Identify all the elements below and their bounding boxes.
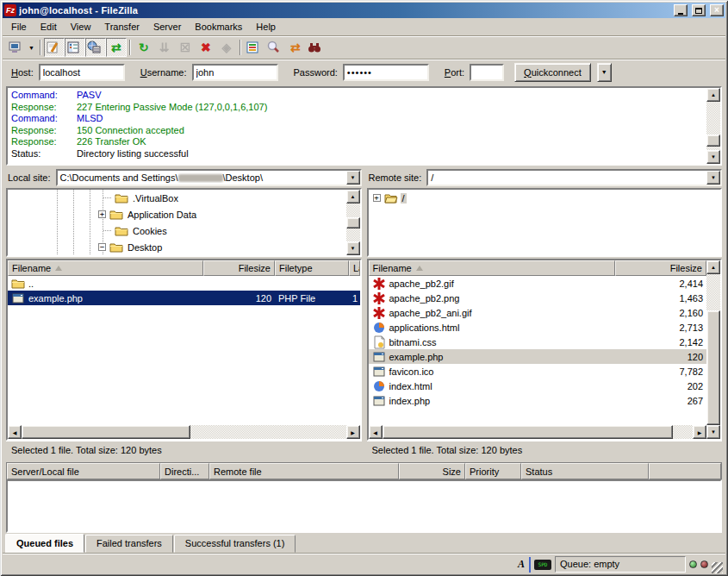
- file-row[interactable]: index.php 267: [369, 393, 707, 408]
- file-row-example-php[interactable]: example.php 120 PHP File 1: [8, 291, 360, 305]
- file-row[interactable]: favicon.ico 7,782: [369, 364, 707, 379]
- tree-item-application-data[interactable]: Application Data: [8, 206, 346, 222]
- username-input[interactable]: [192, 64, 278, 81]
- scroll-down-button[interactable]: ▼: [706, 425, 720, 439]
- file-row[interactable]: bitnami.css 2,142: [369, 335, 707, 349]
- tab-successful-transfers[interactable]: Successful transfers (1): [174, 535, 296, 553]
- scroll-left-button[interactable]: ◀: [369, 425, 383, 439]
- quickconnect-button[interactable]: Quickconnect: [514, 63, 591, 82]
- tree-item-root[interactable]: /: [369, 190, 721, 206]
- cancel-operation-button[interactable]: ☒: [175, 38, 196, 57]
- scrollbar-thumb[interactable]: [706, 310, 720, 425]
- local-file-list-header: Filename Filesize Filetype Last modified: [8, 260, 360, 276]
- queue-body[interactable]: [6, 479, 722, 533]
- local-site-dropdown-button[interactable]: ▼: [346, 171, 360, 185]
- menu-transfer[interactable]: Transfer: [97, 19, 146, 34]
- tree-expand-icon[interactable]: [98, 210, 106, 218]
- scroll-up-button[interactable]: ▲: [706, 260, 720, 274]
- host-input[interactable]: [39, 64, 125, 81]
- menu-bookmarks[interactable]: Bookmarks: [188, 19, 249, 34]
- column-header-size[interactable]: Size: [399, 463, 465, 479]
- column-header-remote-file[interactable]: Remote file: [209, 463, 399, 479]
- scroll-down-button[interactable]: ▼: [346, 241, 360, 255]
- scroll-down-button[interactable]: ▼: [706, 150, 720, 164]
- scrollbar-thumb[interactable]: [22, 425, 190, 439]
- synchronized-browsing-button[interactable]: ⇄: [285, 38, 306, 57]
- scrollbar-thumb[interactable]: [706, 135, 720, 147]
- log-line: Response:227 Entering Passive Mode (127,…: [11, 102, 705, 114]
- scroll-right-button[interactable]: ▶: [346, 425, 360, 439]
- toggle-remote-tree-button[interactable]: [85, 38, 106, 57]
- local-horizontal-scrollbar[interactable]: ◀ ▶: [8, 425, 360, 439]
- menu-view[interactable]: View: [64, 19, 98, 34]
- reconnect-button[interactable]: ◈: [216, 38, 237, 57]
- tree-collapse-icon[interactable]: [98, 243, 106, 251]
- local-pane: Local site: C:\Documents and Settings\\D…: [6, 168, 362, 460]
- tree-item-desktop[interactable]: Desktop: [8, 239, 346, 255]
- site-manager-button[interactable]: [5, 38, 26, 57]
- tab-failed-transfers[interactable]: Failed transfers: [85, 535, 173, 553]
- directory-comparison-icon: [266, 41, 280, 54]
- speed-limit-indicator-icon[interactable]: SPD: [534, 560, 551, 570]
- password-input[interactable]: [343, 64, 429, 81]
- folder-icon: [109, 208, 123, 222]
- column-header-priority[interactable]: Priority: [465, 463, 521, 479]
- column-header-filetype[interactable]: Filetype: [275, 260, 349, 276]
- resize-grip[interactable]: [712, 562, 723, 573]
- tree-item-cookies[interactable]: Cookies: [8, 222, 346, 239]
- menu-server[interactable]: Server: [146, 19, 188, 34]
- column-header-last-modified[interactable]: Last modified: [349, 260, 360, 276]
- file-row[interactable]: index.html 202: [369, 379, 707, 393]
- message-log-scrollbar[interactable]: ▲ ▼: [706, 88, 720, 164]
- file-row[interactable]: apache_pb2_ani.gif 2,160: [369, 305, 707, 320]
- close-button[interactable]: ×: [710, 4, 724, 16]
- scroll-right-button[interactable]: ▶: [693, 425, 706, 439]
- column-header-direction[interactable]: Directi...: [160, 463, 209, 479]
- scrollbar-thumb[interactable]: [346, 217, 360, 229]
- remote-vertical-scrollbar[interactable]: ▲ ▼: [706, 260, 720, 439]
- column-header-filesize[interactable]: Filesize: [615, 260, 706, 276]
- folder-icon: [115, 224, 128, 238]
- file-row-selected[interactable]: example.php 120: [369, 349, 707, 364]
- remote-site-dropdown-button[interactable]: ▼: [706, 171, 720, 185]
- toggle-local-tree-button[interactable]: [65, 38, 85, 57]
- process-queue-button[interactable]: ⇊: [154, 38, 175, 57]
- column-header-filename[interactable]: Filename: [8, 260, 203, 276]
- tree-expand-icon[interactable]: [373, 194, 381, 202]
- remote-site-combo[interactable]: / ▼: [426, 169, 722, 186]
- site-manager-dropdown-arrow-icon[interactable]: ▼: [26, 45, 37, 51]
- column-header-filesize[interactable]: Filesize: [203, 260, 275, 276]
- maximize-button[interactable]: [692, 4, 706, 16]
- port-input[interactable]: [470, 64, 504, 81]
- transfer-type-indicator-icon[interactable]: A: [515, 557, 531, 573]
- menu-edit[interactable]: Edit: [34, 19, 64, 34]
- column-header-server-local-file[interactable]: Server/Local file: [7, 463, 160, 479]
- tab-queued-files[interactable]: Queued files: [5, 534, 84, 553]
- remote-horizontal-scrollbar[interactable]: ◀ ▶: [369, 425, 707, 439]
- quickconnect-dropdown-button[interactable]: ▼: [597, 63, 612, 82]
- local-tree-scrollbar[interactable]: ▲ ▼: [346, 190, 360, 255]
- file-row[interactable]: apache_pb2.gif 2,414: [369, 276, 707, 291]
- minimize-button[interactable]: [674, 4, 688, 16]
- file-row[interactable]: applications.html 2,713: [369, 320, 707, 335]
- file-row[interactable]: apache_pb2.png 1,463: [369, 291, 707, 305]
- tree-item-virtualbox[interactable]: .VirtualBox: [8, 190, 346, 206]
- toggle-message-log-button[interactable]: [44, 38, 65, 57]
- scrollbar-thumb[interactable]: [383, 425, 674, 439]
- refresh-button[interactable]: ↻: [134, 38, 154, 57]
- directory-comparison-button[interactable]: [264, 38, 285, 57]
- scroll-left-button[interactable]: ◀: [8, 425, 22, 439]
- column-header-filename[interactable]: Filename: [369, 260, 616, 276]
- title-bar[interactable]: Fz john@localhost - FileZilla ×: [3, 3, 725, 18]
- find-files-button[interactable]: [306, 38, 327, 57]
- menu-file[interactable]: File: [4, 19, 34, 34]
- menu-help[interactable]: Help: [249, 19, 283, 34]
- toggle-transfer-queue-button[interactable]: ⇄: [106, 38, 127, 57]
- scroll-up-button[interactable]: ▲: [706, 88, 720, 102]
- disconnect-button[interactable]: ✖: [196, 38, 216, 57]
- column-header-status[interactable]: Status: [521, 463, 649, 479]
- file-row-parent-dir[interactable]: ..: [8, 276, 360, 291]
- local-site-combo[interactable]: C:\Documents and Settings\\Desktop\ ▼: [56, 169, 362, 186]
- scroll-up-button[interactable]: ▲: [346, 190, 360, 203]
- directory-listing-filters-button[interactable]: [244, 38, 264, 57]
